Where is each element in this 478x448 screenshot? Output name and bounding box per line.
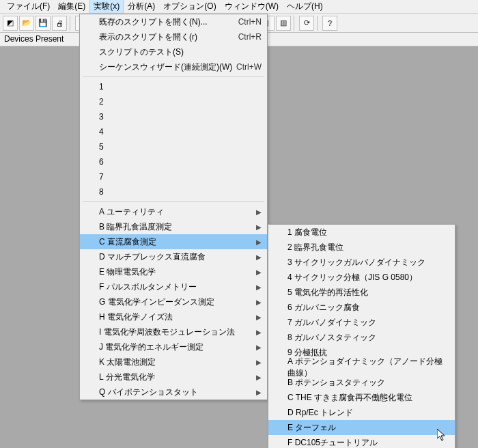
menu-item-label: D Rp/Ec トレンド (287, 407, 353, 419)
menu-item-script[interactable]: スクリプトのテスト(S) (80, 44, 267, 59)
menu-item-label: 5 電気化学的再活性化 (287, 287, 368, 298)
menu-item-experiment[interactable]: I 電気化学周波数モジュレーション法▶ (80, 324, 267, 339)
submenu-item[interactable]: D Rp/Ec トレンド (268, 405, 455, 420)
menu-item-label: 1 腐食電位 (287, 227, 327, 238)
menu-item-recent[interactable]: 7 (80, 169, 267, 184)
menu-separator (83, 201, 264, 202)
menu-item-recent[interactable]: 1 (80, 79, 267, 94)
menu-item-experiment[interactable]: K 太陽電池測定▶ (80, 354, 267, 369)
menu-item-label: 7 (99, 172, 104, 182)
submenu-arrow-icon: ▶ (256, 223, 262, 231)
submenu-item[interactable]: 3 サイクリックガルバノダイナミック (268, 255, 455, 270)
menu-item-label: 1 (99, 82, 104, 92)
menu-item-label: 4 サイクリック分極（JIS G 0580） (287, 272, 417, 283)
submenu-item[interactable]: B ポテンショスタティック (268, 375, 455, 390)
submenu-item[interactable]: 1 腐食電位 (268, 225, 455, 240)
menu-item-label: H 電気化学ノイズ法 (99, 311, 173, 323)
menu-item-experiment[interactable]: F パルスボルタンメトリー▶ (80, 279, 267, 294)
menu-item-experiment[interactable]: L 分光電気化学▶ (80, 369, 267, 384)
menu-item-label: 8 (99, 187, 104, 197)
menu-item-label: G 電気化学インピーダンス測定 (99, 296, 214, 308)
menu-item-experiment[interactable]: J 電気化学的エネルギー測定▶ (80, 339, 267, 354)
menu-item-experiment[interactable]: B 臨界孔食温度測定▶ (80, 219, 267, 234)
menu-shortcut: Ctrl+R (238, 32, 262, 42)
menu-item-recent[interactable]: 5 (80, 139, 267, 154)
menu-item-label: スクリプトのテスト(S) (99, 46, 184, 58)
refresh-button[interactable]: ⟳ (299, 16, 314, 31)
save-button[interactable]: 💾 (36, 16, 51, 31)
menu-separator (83, 76, 264, 77)
menu-item-recent[interactable]: 2 (80, 94, 267, 109)
menu-item-script[interactable]: 表示のスクリプトを開く(r)Ctrl+R (80, 29, 267, 44)
print-button[interactable]: 🖨 (52, 16, 67, 31)
menu-item-label: F パルスボルタンメトリー (99, 281, 197, 293)
menu-item-label: 2 (99, 97, 104, 107)
menu-item-label: シーケンスウィザード(連続測定)(W) (99, 61, 232, 73)
menu-item-experiment[interactable]: G 電気化学インピーダンス測定▶ (80, 294, 267, 309)
menu-item-label: E 物理電気化学 (99, 266, 156, 278)
menu-item-label: J 電気化学的エネルギー測定 (99, 341, 203, 353)
menu-item-label: 3 (99, 112, 104, 122)
menu-item-experiment[interactable]: D マルチプレックス直流腐食▶ (80, 249, 267, 264)
layout4-button[interactable]: ▥ (276, 16, 291, 31)
submenu-arrow-icon: ▶ (256, 328, 262, 336)
menu-item-experiment[interactable]: A ユーティリティ▶ (80, 204, 267, 219)
menu-item-label: K 太陽電池測定 (99, 356, 156, 368)
submenu-item[interactable]: C THE すきま腐食再不働態化電位 (268, 390, 455, 405)
submenu-arrow-icon: ▶ (256, 208, 262, 216)
menu-item-label: 既存のスクリプトを開く(N)... (99, 16, 208, 28)
submenu-arrow-icon: ▶ (256, 283, 262, 291)
menu-analysis[interactable]: 分析(A) (124, 0, 159, 14)
submenu-item[interactable]: 5 電気化学的再活性化 (268, 285, 455, 300)
submenu-item[interactable]: A ポテンショダイナミック（アノード分極曲線） (268, 360, 455, 375)
menu-file[interactable]: ファイル(F) (3, 0, 54, 14)
menu-item-script[interactable]: シーケンスウィザード(連続測定)(W)Ctrl+W (80, 59, 267, 74)
menu-shortcut: Ctrl+N (238, 17, 262, 27)
menu-item-label: 7 ガルバノダイナミック (287, 317, 376, 328)
menu-item-label: 6 ガルバニック腐食 (287, 302, 360, 313)
menu-item-label: E ターフェル (287, 422, 336, 434)
menu-item-label: 4 (99, 127, 104, 137)
submenu-arrow-icon: ▶ (256, 389, 262, 396)
submenu-arrow-icon: ▶ (256, 359, 262, 366)
menu-experiment[interactable]: 実験(x) (89, 0, 124, 14)
submenu-item[interactable]: E ターフェル (268, 420, 455, 435)
menu-window[interactable]: ウィンドウ(W) (221, 0, 283, 14)
help-button[interactable]: ? (322, 16, 337, 31)
menu-item-label: C THE すきま腐食再不働態化電位 (287, 392, 412, 404)
open-button[interactable]: 📂 (19, 16, 34, 31)
menu-item-label: C 直流腐食測定 (99, 236, 156, 248)
menu-item-label: D マルチプレックス直流腐食 (99, 251, 206, 263)
submenu-item[interactable]: 4 サイクリック分極（JIS G 0580） (268, 270, 455, 285)
submenu-arrow-icon: ▶ (256, 238, 262, 246)
submenu-arrow-icon: ▶ (256, 268, 262, 276)
menu-item-experiment[interactable]: H 電気化学ノイズ法▶ (80, 309, 267, 324)
submenu-item[interactable]: 7 ガルバノダイナミック (268, 315, 455, 330)
submenu-item[interactable]: 2 臨界孔食電位 (268, 240, 455, 255)
select-button[interactable]: ◩ (3, 16, 18, 31)
menu-item-recent[interactable]: 3 (80, 109, 267, 124)
submenu-item[interactable]: F DC105チュートリアル (268, 435, 455, 448)
submenu-arrow-icon: ▶ (256, 374, 262, 381)
menu-item-label: 6 (99, 157, 104, 167)
menu-item-label: Q バイポテンショスタット (99, 387, 198, 398)
menu-item-label: B ポテンショスタティック (287, 377, 385, 389)
menu-item-recent[interactable]: 4 (80, 124, 267, 139)
menu-edit[interactable]: 編集(E) (54, 0, 89, 14)
menu-item-experiment[interactable]: E 物理電気化学▶ (80, 264, 267, 279)
menu-item-experiment[interactable]: Q バイポテンショスタット▶ (80, 384, 267, 400)
menu-item-recent[interactable]: 8 (80, 184, 267, 199)
menu-item-label: 表示のスクリプトを開く(r) (99, 31, 197, 43)
menu-item-recent[interactable]: 6 (80, 154, 267, 169)
menu-help[interactable]: ヘルプ(H) (283, 0, 327, 14)
submenu-arrow-icon: ▶ (256, 313, 262, 321)
menu-item-script[interactable]: 既存のスクリプトを開く(N)...Ctrl+N (80, 14, 267, 29)
submenu-item[interactable]: 8 ガルバノスタティック (268, 330, 455, 345)
menu-item-experiment[interactable]: C 直流腐食測定▶ (80, 234, 267, 249)
menu-item-label: F DC105チュートリアル (287, 437, 378, 449)
menu-item-label: 5 (99, 142, 104, 152)
submenu-item[interactable]: 6 ガルバニック腐食 (268, 300, 455, 315)
menu-item-label: L 分光電気化学 (99, 372, 155, 383)
menu-options[interactable]: オプション(O) (159, 0, 220, 14)
submenu-arrow-icon: ▶ (256, 344, 262, 351)
